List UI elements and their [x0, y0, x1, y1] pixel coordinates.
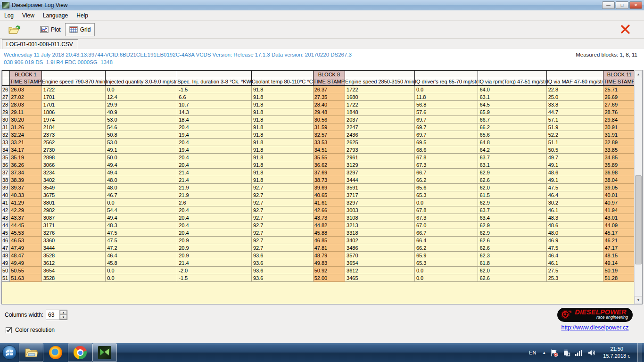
data-cell[interactable]: 3717	[345, 191, 415, 199]
data-cell[interactable]: 19.4	[177, 131, 252, 139]
timestamp-cell[interactable]: 28.76	[603, 108, 635, 116]
data-cell[interactable]: 47.5	[106, 237, 177, 244]
data-cell[interactable]: 12.4	[106, 93, 177, 101]
data-cell[interactable]: 48.6	[546, 169, 603, 176]
data-cell[interactable]: 3654	[41, 267, 106, 274]
data-cell[interactable]: 0.0	[106, 274, 177, 282]
row-number-cell[interactable]: 46	[2, 237, 10, 244]
data-cell[interactable]: 3129	[345, 161, 415, 169]
row-number-cell[interactable]: 34	[2, 146, 10, 154]
data-cell[interactable]: 64.8	[478, 139, 546, 146]
timestamp-cell[interactable]: 42.29	[10, 206, 41, 214]
data-cell[interactable]: 2898	[41, 154, 106, 161]
data-cell[interactable]: 20.4	[177, 161, 252, 169]
row-number-cell[interactable]: 30	[2, 116, 10, 123]
data-cell[interactable]: 66.2	[478, 123, 546, 131]
row-number-cell[interactable]: 26	[2, 86, 10, 93]
data-cell[interactable]: 1722	[345, 101, 415, 108]
data-cell[interactable]: 57.1	[546, 116, 603, 123]
data-cell[interactable]: 92.7	[252, 244, 314, 252]
timestamp-cell[interactable]: 37.69	[313, 169, 345, 176]
data-cell[interactable]: 3444	[345, 176, 415, 184]
language-indicator[interactable]: EN	[527, 349, 538, 356]
data-cell[interactable]: 3213	[345, 222, 415, 229]
data-cell[interactable]: 0.0	[414, 86, 478, 93]
data-cell[interactable]: 21.9	[177, 191, 252, 199]
data-cell[interactable]: 69.5	[414, 139, 478, 146]
data-cell[interactable]: 62.9	[478, 169, 546, 176]
timestamp-cell[interactable]: 39.37	[10, 184, 41, 191]
data-cell[interactable]: 49.1	[546, 176, 603, 184]
close-button[interactable]: ✕	[629, 1, 642, 9]
data-cell[interactable]: 47.5	[106, 229, 177, 237]
timestamp-cell[interactable]: 29.48	[313, 108, 345, 116]
data-cell[interactable]: 65.3	[414, 191, 478, 199]
data-cell[interactable]: 3570	[345, 252, 415, 259]
network-signal-icon[interactable]	[575, 349, 583, 356]
taskbar-logview-button[interactable]	[92, 343, 117, 362]
data-cell[interactable]: 3528	[41, 274, 106, 282]
data-cell[interactable]: 20.9	[177, 237, 252, 244]
data-cell[interactable]: -1.5	[177, 86, 252, 93]
data-cell[interactable]: 0.0	[414, 199, 478, 206]
data-cell[interactable]: 65.3	[414, 259, 478, 267]
data-cell[interactable]: 1701	[41, 93, 106, 101]
data-cell[interactable]: 57.6	[414, 108, 478, 116]
timestamp-cell[interactable]: 30.91	[603, 123, 635, 131]
data-cell[interactable]: 92.7	[252, 199, 314, 206]
timestamp-cell[interactable]: 50.19	[603, 267, 635, 274]
data-cell[interactable]: 62.0	[478, 267, 546, 274]
timestamp-cell[interactable]: 38.04	[603, 176, 635, 184]
timestamp-cell[interactable]: 40.01	[603, 191, 635, 199]
row-number-cell[interactable]: 40	[2, 191, 10, 199]
data-cell[interactable]: -2.0	[177, 267, 252, 274]
data-cell[interactable]: 2562	[41, 139, 106, 146]
data-cell[interactable]: 66.2	[414, 244, 478, 252]
data-cell[interactable]: 3402	[41, 176, 106, 184]
data-cell[interactable]: 56.8	[414, 101, 478, 108]
menu-log[interactable]: Log	[0, 11, 18, 20]
data-cell[interactable]: 65.9	[478, 108, 546, 116]
data-cell[interactable]: 92.7	[252, 206, 314, 214]
data-cell[interactable]: 20.4	[177, 206, 252, 214]
data-cell[interactable]: 92.7	[252, 214, 314, 222]
data-cell[interactable]: 46.7	[106, 191, 177, 199]
data-cell[interactable]: 25.0	[546, 93, 603, 101]
data-cell[interactable]: 66.7	[414, 169, 478, 176]
spinner-down-icon[interactable]: ▼	[60, 315, 67, 320]
row-number-cell[interactable]: 27	[2, 93, 10, 101]
menu-language[interactable]: Language	[39, 11, 72, 20]
data-cell[interactable]: 21.4	[177, 176, 252, 184]
data-cell[interactable]: 0.0	[106, 86, 177, 93]
data-cell[interactable]: 92.7	[252, 191, 314, 199]
data-cell[interactable]: 3444	[41, 244, 106, 252]
row-number-cell[interactable]: 35	[2, 154, 10, 161]
data-cell[interactable]: 67.8	[414, 154, 478, 161]
timestamp-cell[interactable]: 48.79	[313, 252, 345, 259]
data-cell[interactable]: 69.7	[414, 131, 478, 139]
timestamp-cell[interactable]: 37.34	[10, 169, 41, 176]
timestamp-cell[interactable]: 43.01	[603, 214, 635, 222]
data-cell[interactable]: 69.7	[414, 116, 478, 123]
log-file-tab[interactable]: LOG-01-001-008-011.CSV	[2, 39, 78, 49]
data-cell[interactable]: 91.8	[252, 139, 314, 146]
timestamp-cell[interactable]: 33.53	[313, 139, 345, 146]
data-cell[interactable]: 44.7	[546, 108, 603, 116]
data-cell[interactable]: 63.4	[478, 214, 546, 222]
data-cell[interactable]: 91.8	[252, 93, 314, 101]
taskbar-clock[interactable]: 21:50 15.7.2018 г.	[600, 346, 633, 360]
data-cell[interactable]: 20.4	[177, 214, 252, 222]
data-cell[interactable]: 64.2	[478, 146, 546, 154]
data-cell[interactable]: 63.7	[478, 206, 546, 214]
data-cell[interactable]: 91.8	[252, 169, 314, 176]
data-cell[interactable]: 46.4	[546, 252, 603, 259]
data-cell[interactable]: 91.8	[252, 101, 314, 108]
timestamp-cell[interactable]: 46.21	[603, 237, 635, 244]
row-number-cell[interactable]: 44	[2, 222, 10, 229]
timestamp-cell[interactable]: 51.63	[10, 274, 41, 282]
data-cell[interactable]: 20.9	[177, 252, 252, 259]
data-cell[interactable]: 69.7	[414, 123, 478, 131]
row-number-cell[interactable]: 39	[2, 184, 10, 191]
data-cell[interactable]: 3549	[41, 184, 106, 191]
row-number-cell[interactable]: 37	[2, 169, 10, 176]
